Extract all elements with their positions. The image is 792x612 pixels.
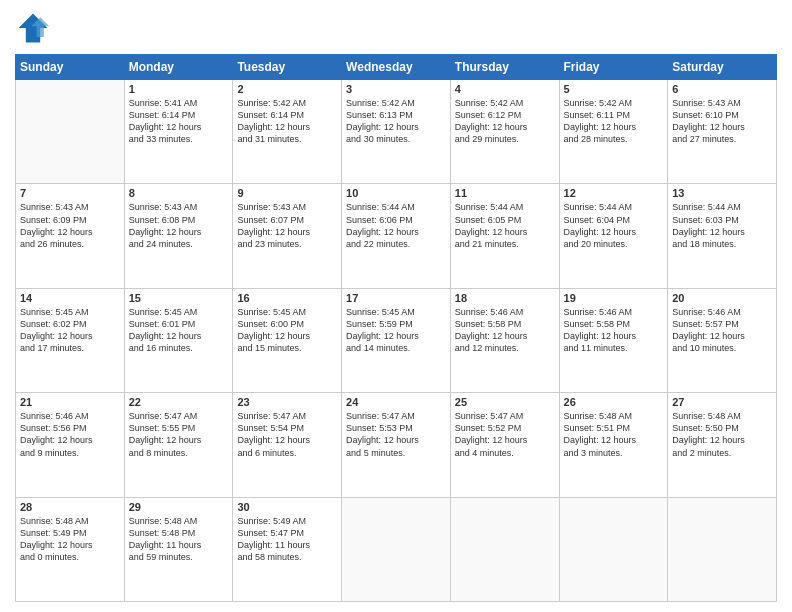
weekday-header: Wednesday	[342, 55, 451, 80]
day-info: Sunrise: 5:43 AM Sunset: 6:08 PM Dayligh…	[129, 201, 229, 250]
day-info: Sunrise: 5:46 AM Sunset: 5:57 PM Dayligh…	[672, 306, 772, 355]
day-info: Sunrise: 5:46 AM Sunset: 5:58 PM Dayligh…	[455, 306, 555, 355]
day-info: Sunrise: 5:47 AM Sunset: 5:55 PM Dayligh…	[129, 410, 229, 459]
weekday-header: Friday	[559, 55, 668, 80]
calendar-week-row: 7Sunrise: 5:43 AM Sunset: 6:09 PM Daylig…	[16, 184, 777, 288]
day-info: Sunrise: 5:42 AM Sunset: 6:11 PM Dayligh…	[564, 97, 664, 146]
day-info: Sunrise: 5:46 AM Sunset: 5:56 PM Dayligh…	[20, 410, 120, 459]
calendar-cell: 7Sunrise: 5:43 AM Sunset: 6:09 PM Daylig…	[16, 184, 125, 288]
calendar-cell: 16Sunrise: 5:45 AM Sunset: 6:00 PM Dayli…	[233, 288, 342, 392]
day-number: 24	[346, 396, 446, 408]
calendar-cell: 11Sunrise: 5:44 AM Sunset: 6:05 PM Dayli…	[450, 184, 559, 288]
header	[15, 10, 777, 46]
calendar-cell: 10Sunrise: 5:44 AM Sunset: 6:06 PM Dayli…	[342, 184, 451, 288]
calendar-cell: 30Sunrise: 5:49 AM Sunset: 5:47 PM Dayli…	[233, 497, 342, 601]
day-number: 25	[455, 396, 555, 408]
day-number: 5	[564, 83, 664, 95]
calendar-cell: 8Sunrise: 5:43 AM Sunset: 6:08 PM Daylig…	[124, 184, 233, 288]
day-number: 23	[237, 396, 337, 408]
weekday-header: Thursday	[450, 55, 559, 80]
day-number: 11	[455, 187, 555, 199]
day-info: Sunrise: 5:47 AM Sunset: 5:53 PM Dayligh…	[346, 410, 446, 459]
logo	[15, 10, 55, 46]
calendar-week-row: 21Sunrise: 5:46 AM Sunset: 5:56 PM Dayli…	[16, 393, 777, 497]
day-info: Sunrise: 5:42 AM Sunset: 6:12 PM Dayligh…	[455, 97, 555, 146]
calendar-header-row: SundayMondayTuesdayWednesdayThursdayFrid…	[16, 55, 777, 80]
day-info: Sunrise: 5:43 AM Sunset: 6:07 PM Dayligh…	[237, 201, 337, 250]
calendar-cell: 13Sunrise: 5:44 AM Sunset: 6:03 PM Dayli…	[668, 184, 777, 288]
calendar-cell: 12Sunrise: 5:44 AM Sunset: 6:04 PM Dayli…	[559, 184, 668, 288]
day-number: 26	[564, 396, 664, 408]
day-number: 28	[20, 501, 120, 513]
day-info: Sunrise: 5:48 AM Sunset: 5:48 PM Dayligh…	[129, 515, 229, 564]
calendar-cell	[342, 497, 451, 601]
day-number: 18	[455, 292, 555, 304]
day-info: Sunrise: 5:44 AM Sunset: 6:03 PM Dayligh…	[672, 201, 772, 250]
day-info: Sunrise: 5:42 AM Sunset: 6:13 PM Dayligh…	[346, 97, 446, 146]
calendar-cell: 15Sunrise: 5:45 AM Sunset: 6:01 PM Dayli…	[124, 288, 233, 392]
day-number: 20	[672, 292, 772, 304]
day-number: 12	[564, 187, 664, 199]
weekday-header: Saturday	[668, 55, 777, 80]
day-number: 21	[20, 396, 120, 408]
calendar-cell: 6Sunrise: 5:43 AM Sunset: 6:10 PM Daylig…	[668, 80, 777, 184]
day-info: Sunrise: 5:46 AM Sunset: 5:58 PM Dayligh…	[564, 306, 664, 355]
day-number: 10	[346, 187, 446, 199]
day-info: Sunrise: 5:45 AM Sunset: 6:01 PM Dayligh…	[129, 306, 229, 355]
day-info: Sunrise: 5:41 AM Sunset: 6:14 PM Dayligh…	[129, 97, 229, 146]
calendar-cell: 27Sunrise: 5:48 AM Sunset: 5:50 PM Dayli…	[668, 393, 777, 497]
day-number: 2	[237, 83, 337, 95]
day-info: Sunrise: 5:44 AM Sunset: 6:05 PM Dayligh…	[455, 201, 555, 250]
calendar-cell	[16, 80, 125, 184]
day-number: 22	[129, 396, 229, 408]
day-number: 15	[129, 292, 229, 304]
calendar-cell: 24Sunrise: 5:47 AM Sunset: 5:53 PM Dayli…	[342, 393, 451, 497]
weekday-header: Sunday	[16, 55, 125, 80]
calendar-cell	[559, 497, 668, 601]
calendar-table: SundayMondayTuesdayWednesdayThursdayFrid…	[15, 54, 777, 602]
calendar-cell	[450, 497, 559, 601]
day-info: Sunrise: 5:43 AM Sunset: 6:09 PM Dayligh…	[20, 201, 120, 250]
day-number: 8	[129, 187, 229, 199]
day-number: 16	[237, 292, 337, 304]
day-number: 14	[20, 292, 120, 304]
day-info: Sunrise: 5:49 AM Sunset: 5:47 PM Dayligh…	[237, 515, 337, 564]
day-info: Sunrise: 5:45 AM Sunset: 5:59 PM Dayligh…	[346, 306, 446, 355]
calendar-cell: 9Sunrise: 5:43 AM Sunset: 6:07 PM Daylig…	[233, 184, 342, 288]
day-info: Sunrise: 5:47 AM Sunset: 5:54 PM Dayligh…	[237, 410, 337, 459]
day-number: 29	[129, 501, 229, 513]
calendar-cell: 5Sunrise: 5:42 AM Sunset: 6:11 PM Daylig…	[559, 80, 668, 184]
day-number: 9	[237, 187, 337, 199]
day-info: Sunrise: 5:45 AM Sunset: 6:00 PM Dayligh…	[237, 306, 337, 355]
day-info: Sunrise: 5:47 AM Sunset: 5:52 PM Dayligh…	[455, 410, 555, 459]
calendar-cell: 22Sunrise: 5:47 AM Sunset: 5:55 PM Dayli…	[124, 393, 233, 497]
day-info: Sunrise: 5:44 AM Sunset: 6:06 PM Dayligh…	[346, 201, 446, 250]
day-number: 19	[564, 292, 664, 304]
calendar-cell: 4Sunrise: 5:42 AM Sunset: 6:12 PM Daylig…	[450, 80, 559, 184]
calendar-cell: 17Sunrise: 5:45 AM Sunset: 5:59 PM Dayli…	[342, 288, 451, 392]
calendar-cell: 29Sunrise: 5:48 AM Sunset: 5:48 PM Dayli…	[124, 497, 233, 601]
day-info: Sunrise: 5:42 AM Sunset: 6:14 PM Dayligh…	[237, 97, 337, 146]
calendar-cell: 2Sunrise: 5:42 AM Sunset: 6:14 PM Daylig…	[233, 80, 342, 184]
day-number: 30	[237, 501, 337, 513]
weekday-header: Tuesday	[233, 55, 342, 80]
day-info: Sunrise: 5:48 AM Sunset: 5:49 PM Dayligh…	[20, 515, 120, 564]
day-info: Sunrise: 5:48 AM Sunset: 5:50 PM Dayligh…	[672, 410, 772, 459]
calendar-cell: 21Sunrise: 5:46 AM Sunset: 5:56 PM Dayli…	[16, 393, 125, 497]
day-number: 17	[346, 292, 446, 304]
calendar-cell: 28Sunrise: 5:48 AM Sunset: 5:49 PM Dayli…	[16, 497, 125, 601]
calendar-cell	[668, 497, 777, 601]
day-info: Sunrise: 5:44 AM Sunset: 6:04 PM Dayligh…	[564, 201, 664, 250]
day-number: 3	[346, 83, 446, 95]
day-number: 13	[672, 187, 772, 199]
logo-icon	[15, 10, 51, 46]
day-info: Sunrise: 5:48 AM Sunset: 5:51 PM Dayligh…	[564, 410, 664, 459]
calendar-cell: 3Sunrise: 5:42 AM Sunset: 6:13 PM Daylig…	[342, 80, 451, 184]
calendar-cell: 19Sunrise: 5:46 AM Sunset: 5:58 PM Dayli…	[559, 288, 668, 392]
calendar-cell: 18Sunrise: 5:46 AM Sunset: 5:58 PM Dayli…	[450, 288, 559, 392]
calendar-week-row: 14Sunrise: 5:45 AM Sunset: 6:02 PM Dayli…	[16, 288, 777, 392]
calendar-week-row: 1Sunrise: 5:41 AM Sunset: 6:14 PM Daylig…	[16, 80, 777, 184]
calendar-week-row: 28Sunrise: 5:48 AM Sunset: 5:49 PM Dayli…	[16, 497, 777, 601]
day-number: 7	[20, 187, 120, 199]
day-number: 27	[672, 396, 772, 408]
